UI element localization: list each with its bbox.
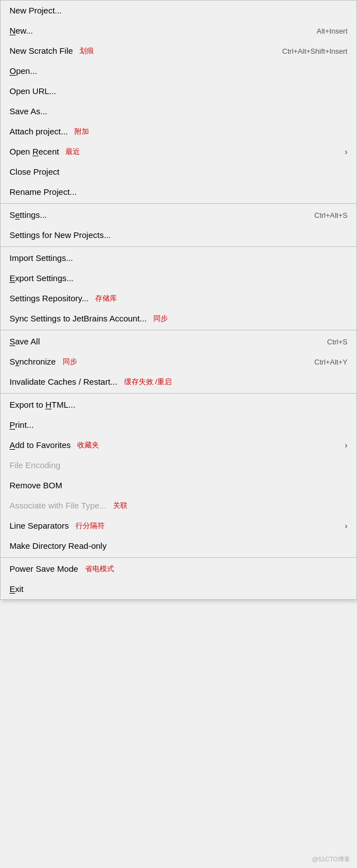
menu-item-save-as[interactable]: Save As... xyxy=(1,101,356,122)
separator-after-rename-project xyxy=(1,203,356,204)
menu-item-import-settings[interactable]: Import Settings... xyxy=(1,248,356,268)
separator-after-invalidate-caches xyxy=(1,393,356,394)
separator-after-settings-new-projects xyxy=(1,246,356,247)
annotation-line-separators: 行分隔符 xyxy=(76,521,105,531)
menu-item-line-separators[interactable]: Line Separators行分隔符› xyxy=(1,516,356,536)
menu-item-sync-settings[interactable]: Sync Settings to JetBrains Account...同步 xyxy=(1,309,356,329)
menu-item-synchronize[interactable]: Synchronize同步Ctrl+Alt+Y xyxy=(1,352,356,372)
menu-item-exit[interactable]: Exit xyxy=(1,579,356,599)
shortcut-settings: Ctrl+Alt+S xyxy=(314,211,347,220)
separator-after-sync-settings xyxy=(1,330,356,330)
menu-item-remove-bom[interactable]: Remove BOM xyxy=(1,475,356,496)
submenu-arrow-open-recent: › xyxy=(345,147,347,156)
annotation-sync-settings: 同步 xyxy=(153,314,168,324)
menu-item-invalidate-caches[interactable]: Invalidate Caches / Restart...缓存失效 /重启 xyxy=(1,372,356,392)
annotation-invalidate-caches: 缓存失效 /重启 xyxy=(124,377,172,387)
menu-item-settings[interactable]: Settings...Ctrl+Alt+S xyxy=(1,205,356,225)
menu-item-export-settings[interactable]: Export Settings... xyxy=(1,268,356,288)
menu-item-new[interactable]: New...Alt+Insert xyxy=(1,21,356,41)
menu-item-open[interactable]: Open... xyxy=(1,61,356,81)
menu-item-rename-project[interactable]: Rename Project... xyxy=(1,182,356,202)
file-menu: New Project...New...Alt+InsertNew Scratc… xyxy=(0,0,357,600)
shortcut-synchronize: Ctrl+Alt+Y xyxy=(314,358,347,366)
annotation-add-to-favorites: 收藏夹 xyxy=(77,440,99,450)
annotation-new-scratch-file: 划痕 xyxy=(79,46,94,56)
menu-item-make-directory-readonly[interactable]: Make Directory Read-only xyxy=(1,536,356,556)
menu-item-close-project[interactable]: Close Project xyxy=(1,162,356,182)
shortcut-save-all: Ctrl+S xyxy=(327,338,347,346)
menu-item-associate-file-type: Associate with File Type...关联 xyxy=(1,496,356,516)
menu-item-open-recent[interactable]: Open Recent最近› xyxy=(1,142,356,162)
menu-item-new-project[interactable]: New Project... xyxy=(1,1,356,21)
shortcut-new: Alt+Insert xyxy=(317,27,347,35)
menu-item-attach-project[interactable]: Attach project...附加 xyxy=(1,122,356,142)
submenu-arrow-add-to-favorites: › xyxy=(345,441,347,450)
menu-item-settings-repository[interactable]: Settings Repository...存储库 xyxy=(1,288,356,309)
annotation-settings-repository: 存储库 xyxy=(95,293,117,304)
menu-item-file-encoding: File Encoding xyxy=(1,455,356,475)
annotation-associate-file-type: 关联 xyxy=(113,501,128,511)
watermark: @51CTO博客 xyxy=(312,855,350,864)
menu-item-settings-new-projects[interactable]: Settings for New Projects... xyxy=(1,225,356,245)
annotation-power-save-mode: 省电模式 xyxy=(85,564,114,574)
menu-item-export-html[interactable]: Export to HTML... xyxy=(1,395,356,415)
annotation-attach-project: 附加 xyxy=(74,127,89,137)
menu-item-save-all[interactable]: Save AllCtrl+S xyxy=(1,332,356,352)
menu-item-print[interactable]: Print... xyxy=(1,415,356,435)
menu-item-new-scratch-file[interactable]: New Scratch File划痕Ctrl+Alt+Shift+Insert xyxy=(1,41,356,61)
menu-item-open-url[interactable]: Open URL... xyxy=(1,81,356,101)
menu-item-add-to-favorites[interactable]: Add to Favorites收藏夹› xyxy=(1,435,356,455)
submenu-arrow-line-separators: › xyxy=(345,521,347,530)
annotation-synchronize: 同步 xyxy=(63,357,77,367)
menu-item-power-save-mode[interactable]: Power Save Mode省电模式 xyxy=(1,559,356,579)
shortcut-new-scratch-file: Ctrl+Alt+Shift+Insert xyxy=(282,47,347,55)
annotation-open-recent: 最近 xyxy=(65,147,80,157)
separator-after-make-directory-readonly xyxy=(1,557,356,558)
